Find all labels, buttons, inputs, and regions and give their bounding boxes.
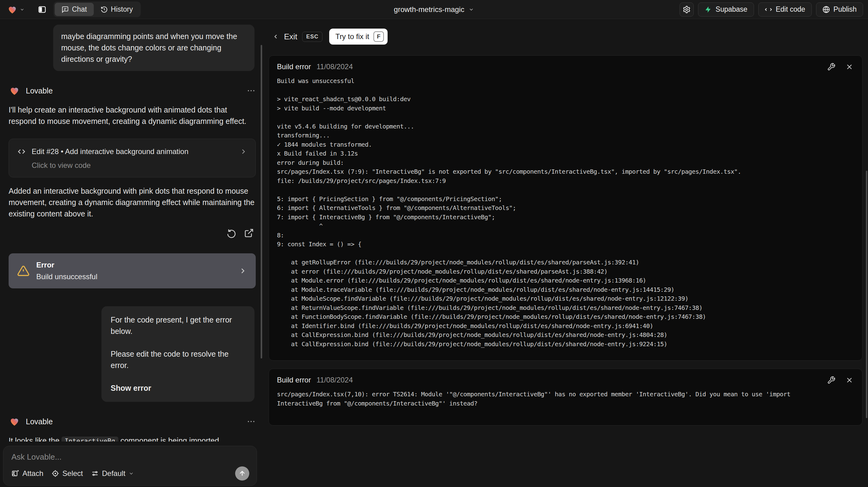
- window-scrollbar[interactable]: [866, 171, 867, 418]
- close-panel-button[interactable]: [845, 63, 854, 71]
- more-horizontal-icon: [247, 417, 256, 426]
- panel-title: Build error: [277, 62, 311, 71]
- fix-with-ai-button[interactable]: [827, 376, 835, 384]
- assistant-header: Lovable: [9, 85, 256, 96]
- chat-bubble-icon: [61, 6, 69, 13]
- tab-history[interactable]: History: [94, 3, 140, 16]
- wrench-icon: [827, 63, 835, 71]
- chat-scrollbar[interactable]: [261, 45, 262, 359]
- sidebar-toggle-button[interactable]: [35, 2, 49, 17]
- chevron-down-icon: [128, 471, 134, 476]
- edit-card-28[interactable]: Edit #28 • Add interactive background an…: [9, 139, 256, 177]
- build-error-panel: Build error 11/08/2024 Build was unsucce…: [269, 55, 863, 361]
- assistant-message: Added an interactive background with pin…: [9, 185, 256, 219]
- supabase-button[interactable]: Supabase: [698, 2, 754, 17]
- external-link-icon: [244, 228, 254, 238]
- assistant-name: Lovable: [26, 417, 53, 426]
- preview-top-bar: Exit ESC Try to fix it F: [265, 19, 868, 47]
- text-segment: It looks like the: [9, 436, 61, 442]
- tab-history-label: History: [111, 5, 133, 13]
- user-message: For the code present, I get the error be…: [101, 306, 254, 402]
- edit-card-title: Edit #28 • Add interactive background an…: [32, 147, 188, 156]
- project-switcher[interactable]: growth-metrics-magic: [394, 5, 474, 14]
- edit-code-label: Edit code: [776, 5, 805, 13]
- top-bar: Chat History growth-metrics-magic: [0, 0, 868, 19]
- chat-panel: maybe diagramming points and when you mo…: [0, 19, 265, 487]
- composer: Attach Select Default: [3, 446, 257, 486]
- show-error-link[interactable]: Show error: [111, 383, 245, 394]
- panel-left-icon: [38, 5, 46, 14]
- try-to-fix-button[interactable]: Try to fix it F: [329, 29, 388, 44]
- attach-button[interactable]: Attach: [11, 469, 43, 478]
- close-panel-button[interactable]: [845, 376, 854, 384]
- edit-card-subtitle: Click to view code: [32, 161, 247, 170]
- code-brackets-icon: [17, 147, 26, 156]
- lovable-logo-menu[interactable]: [5, 4, 26, 15]
- panel-date: 11/08/2024: [317, 62, 353, 71]
- chevron-right-icon: [239, 267, 247, 275]
- panel-title: Build error: [277, 376, 311, 384]
- exit-label: Exit: [284, 32, 297, 41]
- assistant-name: Lovable: [26, 86, 53, 95]
- attach-image-icon: [11, 469, 19, 478]
- send-button[interactable]: [235, 466, 249, 481]
- retry-button[interactable]: [227, 228, 237, 238]
- wrench-icon: [827, 376, 835, 384]
- chevron-down-icon: [469, 7, 474, 12]
- select-label: Select: [62, 469, 83, 478]
- message-more-button[interactable]: [247, 417, 256, 426]
- error-card-subtitle: Build unsuccessful: [36, 272, 97, 281]
- f-key-badge: F: [373, 31, 384, 42]
- chat-input[interactable]: [11, 452, 249, 466]
- build-log: src/pages/Index.tsx(7,10): error TS2614:…: [269, 386, 862, 425]
- open-preview-button[interactable]: [244, 228, 254, 238]
- publish-label: Publish: [834, 5, 857, 13]
- user-message: maybe diagramming points and when you mo…: [53, 25, 254, 71]
- project-name: growth-metrics-magic: [394, 5, 464, 14]
- chevron-down-icon: [20, 7, 25, 12]
- warning-triangle-icon: [17, 265, 30, 277]
- build-error-card[interactable]: Error Build unsuccessful: [9, 253, 256, 288]
- build-error-panel: Build error 11/08/2024 src/pages/Index.t…: [269, 369, 863, 426]
- tab-chat-label: Chat: [72, 5, 87, 13]
- more-horizontal-icon: [247, 86, 256, 95]
- fix-with-ai-button[interactable]: [827, 63, 835, 71]
- chevron-right-icon: [240, 148, 247, 156]
- chat-scroll-area: maybe diagramming points and when you mo…: [0, 19, 265, 442]
- sliders-icon: [91, 469, 99, 478]
- close-icon: [845, 63, 854, 71]
- exit-button[interactable]: Exit ESC: [272, 32, 322, 42]
- history-icon: [100, 6, 108, 13]
- arrow-up-icon: [239, 470, 246, 477]
- user-message-line: For the code present, I get the error be…: [111, 314, 245, 337]
- preview-panel: Exit ESC Try to fix it F Build error 11/…: [265, 19, 868, 487]
- supabase-label: Supabase: [716, 5, 747, 13]
- tab-chat[interactable]: Chat: [55, 3, 94, 16]
- settings-button[interactable]: [680, 2, 694, 17]
- error-card-title: Error: [36, 261, 97, 269]
- lovable-heart-icon: [7, 4, 18, 15]
- globe-icon: [823, 6, 830, 13]
- supabase-bolt-icon: [705, 6, 712, 13]
- assistant-header: Lovable: [9, 416, 256, 427]
- lovable-app: Chat History growth-metrics-magic: [0, 0, 868, 487]
- chevron-left-icon: [272, 33, 279, 40]
- inline-code: InteractiveBg: [61, 436, 118, 442]
- code-brackets-icon: [765, 6, 772, 13]
- edit-code-button[interactable]: Edit code: [758, 2, 812, 17]
- close-icon: [845, 376, 854, 384]
- message-more-button[interactable]: [247, 86, 256, 95]
- mode-label: Default: [102, 469, 125, 478]
- panel-date: 11/08/2024: [317, 376, 353, 384]
- select-target-icon: [51, 469, 59, 478]
- assistant-message: I'll help create an interactive backgrou…: [9, 104, 256, 127]
- lovable-avatar: [9, 85, 20, 96]
- user-message-line: Please edit the code to resolve the erro…: [111, 348, 245, 371]
- rotate-ccw-icon: [227, 228, 237, 238]
- mode-selector[interactable]: Default: [91, 469, 134, 478]
- esc-key-badge: ESC: [302, 32, 322, 42]
- fix-button-label: Try to fix it: [335, 32, 369, 41]
- publish-button[interactable]: Publish: [816, 2, 863, 17]
- gear-icon: [683, 5, 691, 13]
- select-button[interactable]: Select: [51, 469, 83, 478]
